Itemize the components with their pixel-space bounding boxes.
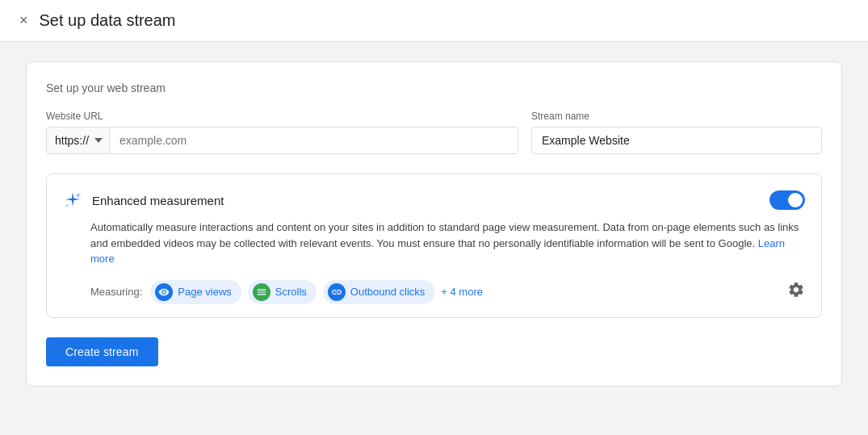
chip-page-views: Page views xyxy=(150,280,241,304)
chip-outbound-clicks-label: Outbound clicks xyxy=(350,286,426,298)
url-input-wrapper: https:// http:// xyxy=(46,127,518,154)
settings-icon[interactable] xyxy=(787,281,805,303)
close-icon[interactable]: × xyxy=(19,12,28,29)
enhanced-measurement-section: Enhanced measurement ✓ Automatically mea… xyxy=(46,174,822,318)
more-link[interactable]: + 4 more xyxy=(441,286,483,298)
stream-name-group: Stream name xyxy=(531,111,822,154)
section-label: Set up your web stream xyxy=(46,82,822,94)
chip-page-views-label: Page views xyxy=(178,286,231,298)
website-url-group: Website URL https:// http:// xyxy=(46,111,518,154)
enhanced-description: Automatically measure interactions and c… xyxy=(90,220,805,267)
enhanced-header-left: Enhanced measurement xyxy=(63,190,224,210)
scroll-icon xyxy=(253,283,270,301)
page-title: Set up data stream xyxy=(40,11,176,30)
page-content: Set up your web stream Website URL https… xyxy=(0,42,868,406)
description-bold: Automatically measure interactions and c… xyxy=(90,221,600,233)
chip-scrolls-label: Scrolls xyxy=(275,286,307,298)
measuring-label: Measuring: xyxy=(90,286,142,298)
create-stream-button[interactable]: Create stream xyxy=(46,337,158,366)
sparkle-icon xyxy=(63,190,82,210)
protocol-select[interactable]: https:// http:// xyxy=(47,128,110,153)
website-url-label: Website URL xyxy=(46,111,518,122)
main-card: Set up your web stream Website URL https… xyxy=(26,61,842,387)
measuring-chips: Page views Scrolls xyxy=(150,280,779,304)
enhanced-title: Enhanced measurement xyxy=(92,194,224,207)
chip-scrolls: Scrolls xyxy=(248,280,317,304)
eye-icon xyxy=(155,283,173,301)
chip-outbound-clicks: Outbound clicks xyxy=(323,280,435,304)
url-text-input[interactable] xyxy=(110,128,518,153)
page-header: × Set up data stream xyxy=(0,0,868,42)
enhanced-toggle[interactable]: ✓ xyxy=(769,190,805,210)
stream-name-input[interactable] xyxy=(531,127,822,154)
measuring-row: Measuring: Page views xyxy=(90,280,805,304)
stream-name-label: Stream name xyxy=(531,111,822,122)
link-icon xyxy=(328,283,346,301)
enhanced-header: Enhanced measurement ✓ xyxy=(63,190,805,210)
form-row: Website URL https:// http:// Stream name xyxy=(46,111,822,154)
